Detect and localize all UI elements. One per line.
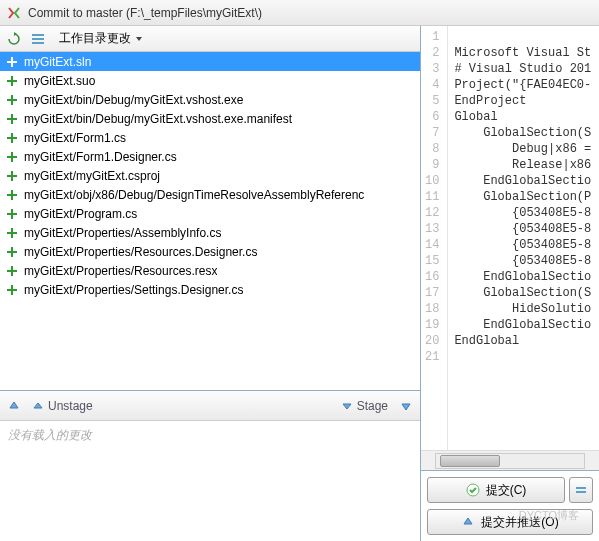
scrollbar-thumb[interactable]: [440, 455, 500, 467]
file-row[interactable]: myGitExt/Form1.cs: [0, 128, 420, 147]
file-name: myGitExt/Form1.Designer.cs: [24, 150, 177, 164]
file-name: myGitExt/Program.cs: [24, 207, 137, 221]
file-name: myGitExt/Properties/Resources.Designer.c…: [24, 245, 257, 259]
app-icon: [6, 5, 22, 21]
added-icon: [6, 170, 18, 182]
options-button[interactable]: [28, 29, 48, 49]
svg-rect-31: [576, 491, 586, 493]
added-icon: [6, 56, 18, 68]
added-icon: [6, 265, 18, 277]
file-row[interactable]: myGitExt/Properties/AssemblyInfo.cs: [0, 223, 420, 242]
added-icon: [6, 132, 18, 144]
file-row[interactable]: myGitExt/myGitExt.csproj: [0, 166, 420, 185]
file-row[interactable]: myGitExt/Properties/Settings.Designer.cs: [0, 280, 420, 299]
menu-icon: [575, 484, 587, 496]
svg-rect-12: [7, 137, 17, 139]
commit-side-button[interactable]: [569, 477, 593, 503]
left-toolbar: 工作目录更改: [0, 26, 420, 52]
file-name: myGitExt/bin/Debug/myGitExt.vshost.exe.m…: [24, 112, 292, 126]
file-row[interactable]: myGitExt/Properties/Resources.Designer.c…: [0, 242, 420, 261]
unstage-button[interactable]: Unstage: [28, 397, 97, 415]
staged-file-list[interactable]: 没有载入的更改: [0, 421, 420, 541]
file-row[interactable]: myGitExt/Form1.Designer.cs: [0, 147, 420, 166]
svg-rect-18: [7, 194, 17, 196]
stage-toolbar: Unstage Stage: [0, 391, 420, 421]
added-icon: [6, 208, 18, 220]
added-icon: [6, 246, 18, 258]
commit-and-push-button[interactable]: 提交并推送(O): [427, 509, 593, 535]
file-name: myGitExt/Form1.cs: [24, 131, 126, 145]
file-name: myGitExt/myGitExt.csproj: [24, 169, 160, 183]
down-arrow-icon: [341, 400, 353, 412]
staged-placeholder: 没有载入的更改: [8, 428, 92, 442]
added-icon: [6, 189, 18, 201]
svg-rect-20: [7, 213, 17, 215]
dropdown-text: 工作目录更改: [59, 30, 131, 47]
file-name: myGitExt/bin/Debug/myGitExt.vshost.exe: [24, 93, 243, 107]
file-row[interactable]: myGitExt/bin/Debug/myGitExt.vshost.exe.m…: [0, 109, 420, 128]
added-icon: [6, 75, 18, 87]
file-row[interactable]: myGitExt/Properties/Resources.resx: [0, 261, 420, 280]
svg-rect-8: [7, 99, 17, 101]
right-pane: 123456789101112131415161718192021 Micros…: [421, 26, 599, 541]
svg-rect-22: [7, 232, 17, 234]
diff-viewer[interactable]: 123456789101112131415161718192021 Micros…: [421, 26, 599, 450]
svg-rect-28: [7, 289, 17, 291]
added-icon: [6, 151, 18, 163]
svg-rect-0: [32, 34, 44, 36]
horizontal-scrollbar[interactable]: [421, 450, 599, 470]
file-row[interactable]: myGitExt.sln: [0, 52, 420, 71]
file-name: myGitExt/Properties/Resources.resx: [24, 264, 217, 278]
stage-button[interactable]: Stage: [337, 397, 392, 415]
commit-button-area: 提交(C) 提交并推送(O): [421, 470, 599, 541]
up-arrow-icon: [461, 515, 475, 529]
svg-rect-26: [7, 270, 17, 272]
working-dir-changes-dropdown[interactable]: 工作目录更改: [52, 27, 150, 50]
added-icon: [6, 94, 18, 106]
file-row[interactable]: myGitExt/Program.cs: [0, 204, 420, 223]
svg-rect-4: [7, 61, 17, 63]
svg-rect-10: [7, 118, 17, 120]
chevron-down-icon: [135, 35, 143, 43]
added-icon: [6, 113, 18, 125]
added-icon: [6, 284, 18, 296]
titlebar: Commit to master (F:\_tempFiles\myGitExt…: [0, 0, 599, 26]
file-name: myGitExt/Properties/Settings.Designer.cs: [24, 283, 243, 297]
stage-all-button[interactable]: [396, 396, 416, 416]
code-content: Microsoft Visual St# Visual Studio 201Pr…: [448, 26, 597, 450]
left-pane: 工作目录更改 myGitExt.slnmyGitExt.suomyGitExt/…: [0, 26, 421, 541]
file-name: myGitExt.suo: [24, 74, 95, 88]
unstaged-file-list[interactable]: myGitExt.slnmyGitExt.suomyGitExt/bin/Deb…: [0, 52, 420, 391]
window-title: Commit to master (F:\_tempFiles\myGitExt…: [28, 6, 262, 20]
line-number-gutter: 123456789101112131415161718192021: [421, 26, 448, 450]
up-arrow-icon: [32, 400, 44, 412]
svg-rect-1: [32, 38, 44, 40]
svg-rect-30: [576, 487, 586, 489]
svg-rect-14: [7, 156, 17, 158]
svg-rect-2: [32, 42, 44, 44]
file-name: myGitExt/obj/x86/Debug/DesignTimeResolve…: [24, 188, 364, 202]
unstage-all-button[interactable]: [4, 396, 24, 416]
svg-rect-16: [7, 175, 17, 177]
file-row[interactable]: myGitExt.suo: [0, 71, 420, 90]
file-name: myGitExt.sln: [24, 55, 91, 69]
svg-rect-6: [7, 80, 17, 82]
refresh-button[interactable]: [4, 29, 24, 49]
file-name: myGitExt/Properties/AssemblyInfo.cs: [24, 226, 221, 240]
svg-rect-24: [7, 251, 17, 253]
check-icon: [466, 483, 480, 497]
file-row[interactable]: myGitExt/bin/Debug/myGitExt.vshost.exe: [0, 90, 420, 109]
commit-button[interactable]: 提交(C): [427, 477, 565, 503]
added-icon: [6, 227, 18, 239]
file-row[interactable]: myGitExt/obj/x86/Debug/DesignTimeResolve…: [0, 185, 420, 204]
